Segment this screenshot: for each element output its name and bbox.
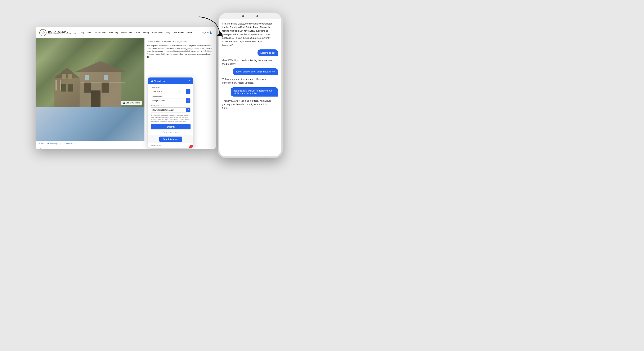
svg-marker-2 xyxy=(54,68,80,78)
listing-nav-bar: ‹ Prev Next Listing › | ♡ Favorite ↗ xyxy=(36,141,144,146)
modal-body: * Full Name ✓ * Phone Number ✓ Emai xyxy=(148,84,193,135)
powered-by: Powered by ♥ verse xyxy=(151,131,190,133)
see-all-photos-btn[interactable]: 📷 See all 47 photos xyxy=(121,101,142,105)
price-sqft: $796/SqFt xyxy=(162,41,171,43)
modal-title: We'll text you. xyxy=(151,80,166,82)
listing-status: Active xyxy=(39,148,141,149)
phone-field: * Phone Number ✓ xyxy=(151,96,190,103)
modal-disclaimer: By submitting, you agree to receive text… xyxy=(151,114,190,122)
site-nav: 🏠 BARRY JENKINS YOUR FRIENDS IN REAL EST… xyxy=(36,27,216,38)
laptop-frame: 🏠 BARRY JENKINS YOUR FRIENDS IN REAL EST… xyxy=(36,27,216,149)
bot-message-2: Great! Would you mind confirming the add… xyxy=(222,59,272,66)
nav-financing[interactable]: Financing xyxy=(109,32,118,34)
nav-hiring[interactable]: Hiring xyxy=(144,32,149,34)
phone-notch-bar xyxy=(220,13,281,19)
phone-dot-left xyxy=(242,15,244,17)
nav-buy[interactable]: Buy xyxy=(80,32,84,34)
favorite-btn[interactable]: ♡ Favorite xyxy=(64,142,72,144)
user-message-5: Yeah actually we just re-designed our ki… xyxy=(231,87,278,96)
svg-rect-4 xyxy=(68,84,73,92)
svg-rect-7 xyxy=(62,74,66,79)
svg-rect-14 xyxy=(85,75,89,80)
full-name-input[interactable] xyxy=(151,90,186,94)
tour-home-button[interactable]: Tour this home xyxy=(159,136,182,142)
status-dot xyxy=(39,148,41,149)
next-btn[interactable]: Next Listing › xyxy=(47,142,58,144)
phone-notch-dots xyxy=(242,15,258,17)
bot-message-0: Hi Sam, this is Casey, the client care c… xyxy=(222,22,272,47)
status-text: Active xyxy=(42,148,48,149)
arrow-svg xyxy=(192,15,226,40)
verse-label: verse xyxy=(174,131,178,133)
camera-icon: 📷 xyxy=(122,102,125,104)
listing-desc: The exquisite estate home at 4080 Harlow… xyxy=(147,44,213,59)
bot-message-6: Thank you. And if you had to guess, what… xyxy=(222,99,272,110)
phone-dot-right xyxy=(256,15,258,17)
photo-main-content xyxy=(36,38,144,107)
user-message-1: Looking to sell xyxy=(258,50,278,56)
svg-rect-5 xyxy=(56,80,57,90)
nav-testimonials[interactable]: Testimonials xyxy=(121,32,132,34)
full-name-label: * Full Name xyxy=(151,86,190,88)
see-all-label: See all 47 photos xyxy=(126,102,140,104)
svg-rect-12 xyxy=(102,82,109,92)
listing-stats: ☐ Built in 2020 • $796/SqFt • 672 days o… xyxy=(147,41,213,43)
listing-info: Active $4,800,000 4080 Harlow Street Vir… xyxy=(36,146,144,149)
share-btn[interactable]: ↗ xyxy=(75,142,77,144)
modal-header: We'll text you. ✕ xyxy=(148,78,193,84)
phone-frame: Hi Sam, this is Casey, the client care c… xyxy=(218,12,283,158)
full-name-check: ✓ xyxy=(186,89,190,94)
svg-rect-11 xyxy=(84,82,91,92)
thumb-content xyxy=(36,107,144,141)
svg-rect-16 xyxy=(80,82,124,82)
site-logo: 🏠 BARRY JENKINS YOUR FRIENDS IN REAL EST… xyxy=(39,29,76,36)
email-field: Email (optional) ✓ xyxy=(151,105,190,112)
svg-marker-10 xyxy=(75,61,126,72)
verse-heart-icon: ♥ xyxy=(172,131,174,133)
nav-in-the-news[interactable]: In the News xyxy=(152,32,163,34)
nav-team[interactable]: Team xyxy=(135,32,140,34)
presented-by: Presented By xyxy=(148,143,193,148)
prev-btn[interactable]: ‹ Prev xyxy=(39,142,44,144)
logo-sub: YOUR FRIENDS IN REAL ESTATE TEAM xyxy=(48,33,76,34)
built-label: Built in 2020 xyxy=(150,41,160,43)
powered-by-label: Powered by xyxy=(163,131,172,133)
svg-rect-1 xyxy=(54,78,80,107)
phone-label: * Phone Number xyxy=(151,96,190,98)
modal-close-btn[interactable]: ✕ xyxy=(188,80,190,82)
full-name-input-wrap: ✓ xyxy=(151,89,190,94)
nav-sell[interactable]: Sell xyxy=(87,32,91,34)
svg-rect-13 xyxy=(91,90,100,107)
nav-communities[interactable]: Communities xyxy=(94,32,106,34)
phone-chat-content: Hi Sam, this is Casey, the client care c… xyxy=(220,19,281,156)
email-input[interactable] xyxy=(151,108,186,112)
svg-rect-8 xyxy=(68,74,72,79)
svg-rect-6 xyxy=(60,80,61,90)
separator: | xyxy=(60,142,61,144)
phone-input[interactable] xyxy=(151,99,186,103)
email-input-wrap: ✓ xyxy=(151,108,190,112)
svg-rect-15 xyxy=(104,75,108,80)
full-name-field: * Full Name ✓ xyxy=(151,86,190,94)
phone-input-wrap: ✓ xyxy=(151,98,190,103)
nav-home[interactable]: Home xyxy=(187,32,192,34)
contact-modal: We'll text you. ✕ * Full Name ✓ * Phone … xyxy=(148,78,193,148)
nav-contact-us[interactable]: Contact Us xyxy=(173,32,184,34)
photo-section: 📷 See all 47 photos ‹ Prev Next Listing … xyxy=(36,38,144,149)
logo-main: BARRY JENKINS xyxy=(48,30,76,33)
nav-blog[interactable]: Blog xyxy=(166,32,170,34)
submit-button[interactable]: Submit xyxy=(151,124,190,130)
svg-rect-3 xyxy=(61,84,66,92)
nav-links: Buy Sell Communities Financing Testimoni… xyxy=(80,32,202,34)
email-check: ✓ xyxy=(186,108,190,112)
tour-btn-area: Tour this home xyxy=(148,135,193,143)
phone-check: ✓ xyxy=(186,98,190,103)
bot-message-4: Tell me more about your home... Have you… xyxy=(222,78,272,84)
days-label: 672 days on site xyxy=(173,41,187,43)
checkbox-icon: ☐ xyxy=(147,41,149,43)
logo-icon: 🏠 xyxy=(39,29,46,36)
house-silhouette-svg xyxy=(50,61,130,107)
user-message-3: 4080 Harlow Street, Virgina Beach, VA xyxy=(232,68,278,75)
logo-text: BARRY JENKINS YOUR FRIENDS IN REAL ESTAT… xyxy=(48,30,76,34)
email-label: Email (optional) xyxy=(151,105,190,107)
